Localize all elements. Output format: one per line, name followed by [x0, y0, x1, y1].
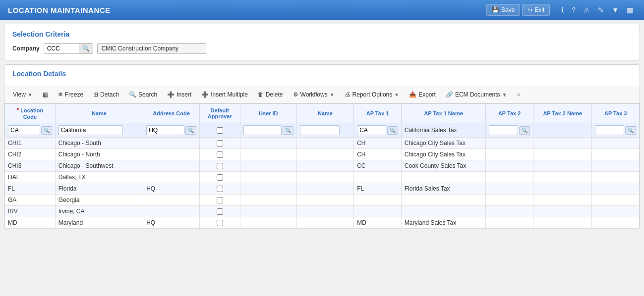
cell-location-code[interactable]: 🔍	[5, 123, 56, 138]
more-toolbar-button[interactable]: »	[512, 89, 525, 100]
cell-ap-tax-2-name	[533, 138, 591, 149]
delete-button[interactable]: 🗑 Delete	[253, 89, 288, 100]
freeze-button[interactable]: ❄ Freeze	[54, 89, 88, 100]
name2-input[interactable]	[300, 125, 340, 135]
company-code-field[interactable]: 🔍	[44, 43, 93, 54]
default-approver-checkbox[interactable]	[217, 197, 223, 203]
cell-default-approver[interactable]	[199, 123, 240, 138]
company-search-button[interactable]: 🔍	[79, 44, 93, 53]
cell-default-approver[interactable]	[199, 149, 240, 160]
view-button[interactable]: View ▼	[8, 89, 37, 100]
cell-ap-tax-1[interactable]: 🔍	[354, 123, 402, 138]
default-approver-checkbox[interactable]	[217, 174, 223, 181]
search-button[interactable]: 🔍 Search	[124, 89, 162, 100]
cell-ap-tax-2-name	[533, 123, 591, 138]
cell-location-code: CHI3	[5, 160, 56, 172]
location-code-input[interactable]	[8, 125, 40, 135]
cell-address-code	[143, 149, 200, 160]
table-row[interactable]: FL Florida HQ FL Florida Sales Tax	[5, 183, 640, 195]
insert-button[interactable]: ➕ Insert	[163, 89, 196, 100]
cell-address-code	[143, 172, 200, 183]
edit-icon-button[interactable]: ✎	[595, 4, 607, 16]
user-id-search[interactable]: 🔍	[283, 126, 293, 135]
cell-location-code: DAL	[5, 172, 56, 183]
detach-button[interactable]: ⊞ Detach	[89, 89, 123, 100]
cell-ap-tax-3	[592, 172, 640, 183]
cell-ap-tax-2	[486, 138, 533, 149]
cell-name: Chicago - North	[55, 149, 143, 160]
cell-ap-tax-1: FL	[354, 183, 402, 195]
report-options-icon: 🖨	[345, 91, 351, 98]
freeze-icon: ❄	[58, 91, 63, 98]
cell-ap-tax-2-name	[533, 195, 591, 206]
grid-layout-button[interactable]: ▦	[38, 89, 53, 100]
cell-name[interactable]	[55, 123, 143, 138]
view-label: View	[13, 91, 26, 98]
cell-address-code	[143, 138, 200, 149]
address-code-search[interactable]: 🔍	[185, 126, 196, 135]
ap-tax-3-search[interactable]: 🔍	[625, 126, 636, 135]
default-approver-checkbox[interactable]	[217, 220, 223, 226]
ap-tax-1-input[interactable]	[357, 125, 386, 135]
default-approver-checkbox[interactable]	[217, 140, 223, 147]
app-header: LOCATION MAINTAINANCE 💾 Save ↪ Exit ℹ ? …	[0, 0, 644, 20]
info-icon-button[interactable]: ℹ	[558, 4, 567, 16]
cell-default-approver[interactable]	[199, 195, 240, 206]
save-button[interactable]: 💾 Save	[486, 4, 520, 16]
table-row[interactable]: IRV Irvine, CA	[5, 206, 640, 217]
delete-icon: 🗑	[258, 91, 264, 98]
default-approver-checkbox[interactable]	[217, 163, 223, 169]
table-row[interactable]: GA Georgia	[5, 195, 640, 206]
user-id-input[interactable]	[243, 125, 282, 135]
report-options-button[interactable]: 🖨 Report Options ▼	[340, 89, 404, 100]
dropdown-icon-button[interactable]: ▼	[609, 4, 622, 16]
cell-ap-tax-1	[354, 195, 402, 206]
cell-default-approver[interactable]	[199, 206, 240, 217]
table-row[interactable]: CHI1 Chicago - South CH Chicago City Sal…	[5, 138, 640, 149]
cell-address-code[interactable]: 🔍	[143, 123, 200, 138]
cell-default-approver[interactable]	[199, 160, 240, 172]
grid-icon-button[interactable]: ▦	[624, 4, 636, 16]
table-row[interactable]: CHI2 Chicago - North CH Chicago City Sal…	[5, 149, 640, 160]
table-row[interactable]: CHI3 Chicago - Southwest CC Cook County …	[5, 160, 640, 172]
export-icon: 📤	[409, 91, 416, 98]
save-icon: 💾	[492, 6, 499, 13]
workflows-button[interactable]: ⚙ Workflows ▼	[289, 89, 339, 100]
cell-default-approver[interactable]	[199, 183, 240, 195]
help-icon-button[interactable]: ?	[569, 4, 579, 16]
insert-multiple-button[interactable]: ➕ Insert Multiple	[197, 89, 252, 100]
col-header-location-code: * LocationCode	[5, 104, 56, 123]
default-approver-checkbox[interactable]	[217, 151, 223, 158]
cell-name2	[296, 217, 353, 229]
ap-tax-2-input[interactable]	[489, 125, 518, 135]
export-button[interactable]: 📤 Export	[405, 89, 440, 100]
table-row[interactable]: MD Maryland HQ MD Maryland Sales Tax	[5, 217, 640, 229]
cell-default-approver[interactable]	[199, 172, 240, 183]
ap-tax-2-search[interactable]: 🔍	[519, 126, 530, 135]
default-approver-checkbox[interactable]	[217, 127, 223, 134]
table-row[interactable]: 🔍 🔍 🔍	[5, 123, 640, 138]
ap-tax-3-input[interactable]	[595, 125, 624, 135]
save-label: Save	[501, 6, 515, 13]
default-approver-checkbox[interactable]	[217, 208, 223, 215]
company-code-input[interactable]	[44, 44, 79, 53]
more-icon: »	[517, 91, 520, 98]
exit-button[interactable]: ↪ Exit	[522, 4, 550, 16]
cell-name2[interactable]	[296, 123, 353, 138]
search-icon: 🔍	[129, 91, 136, 98]
table-row[interactable]: DAL Dallas, TX	[5, 172, 640, 183]
cell-ap-tax-2[interactable]: 🔍	[486, 123, 533, 138]
default-approver-checkbox[interactable]	[217, 186, 223, 192]
ecm-documents-button[interactable]: 🔗 ECM Documents ▼	[441, 89, 512, 100]
ap-tax-1-search[interactable]: 🔍	[387, 126, 398, 135]
address-code-input[interactable]	[146, 125, 184, 135]
name-input[interactable]	[59, 125, 123, 135]
location-code-search[interactable]: 🔍	[41, 126, 52, 135]
cell-user-id	[240, 172, 296, 183]
cell-default-approver[interactable]	[199, 138, 240, 149]
cell-name: Chicago - Southwest	[55, 160, 143, 172]
cell-user-id[interactable]: 🔍	[240, 123, 296, 138]
cell-default-approver[interactable]	[199, 217, 240, 229]
cell-ap-tax-3[interactable]: 🔍	[592, 123, 640, 138]
alert-icon-button[interactable]: ⚠	[581, 4, 593, 16]
